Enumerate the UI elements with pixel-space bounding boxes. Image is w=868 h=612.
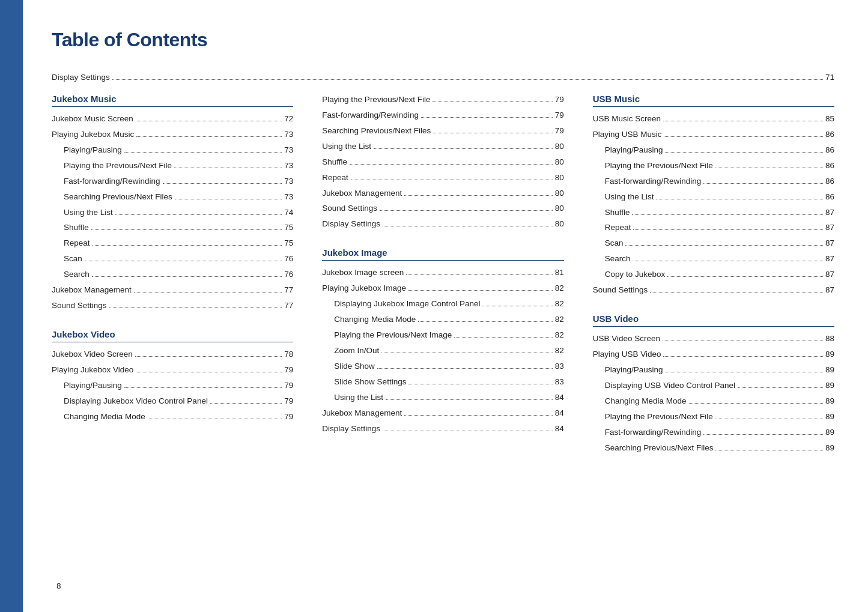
toc-item-label: Fast-forwarding/Rewinding xyxy=(64,175,160,188)
toc-item-page: 83 xyxy=(555,360,564,373)
toc-item: Search87 xyxy=(593,253,834,265)
toc-item-label: Playing USB Video xyxy=(593,348,661,361)
toc-item-page: 77 xyxy=(284,300,293,312)
toc-item: Fast-forwarding/Rewinding79 xyxy=(322,109,563,122)
toc-dots xyxy=(663,356,822,357)
toc-item-label: Displaying Jukebox Video Control Panel xyxy=(64,395,208,408)
toc-item-label: Fast-forwarding/Rewinding xyxy=(605,426,702,439)
toc-item-label: Shuffle xyxy=(64,222,89,234)
toc-item-page: 89 xyxy=(825,395,834,408)
toc-item: Shuffle80 xyxy=(322,156,563,169)
standalone-toc-item: Display Settings 71 xyxy=(52,73,834,82)
toc-dots xyxy=(406,274,552,275)
toc-item-page: 87 xyxy=(825,268,834,281)
toc-dots xyxy=(715,168,823,168)
toc-item: Searching Previous/Next Files89 xyxy=(593,442,834,455)
toc-item: Playing the Previous/Next Image82 xyxy=(322,329,563,342)
toc-item: Playing/Pausing79 xyxy=(52,380,293,392)
toc-item-page: 80 xyxy=(555,141,564,153)
toc-dots xyxy=(351,180,553,180)
toc-dots xyxy=(163,183,282,184)
toc-item: Playing Jukebox Video79 xyxy=(52,364,293,377)
toc-item-label: Slide Show xyxy=(334,360,375,373)
toc-dots xyxy=(454,337,552,338)
toc-dots xyxy=(432,101,552,102)
toc-dots xyxy=(408,384,552,384)
toc-dots xyxy=(656,199,823,199)
section-header-0-0: Jukebox Music xyxy=(52,94,293,107)
toc-item-label: Playing USB Music xyxy=(593,129,662,141)
toc-item: Playing/Pausing73 xyxy=(52,144,293,157)
toc-item-label: Using the List xyxy=(334,392,383,404)
toc-dots xyxy=(404,195,552,196)
toc-dots xyxy=(386,399,553,400)
toc-item-label: Searching Previous/Next Files xyxy=(605,442,714,455)
toc-dots xyxy=(383,431,553,431)
toc-dots xyxy=(633,229,823,230)
toc-item-page: 79 xyxy=(284,380,293,392)
toc-item-label: Display Settings xyxy=(322,423,380,435)
toc-item-page: 89 xyxy=(825,380,834,392)
toc-item: Sound Settings80 xyxy=(322,202,563,215)
toc-dots xyxy=(175,199,282,199)
toc-item: Playing USB Music86 xyxy=(593,129,834,141)
toc-item-label: Repeat xyxy=(605,222,631,234)
toc-dots xyxy=(380,210,553,211)
toc-item-label: Shuffle xyxy=(322,156,347,169)
toc-item-page: 80 xyxy=(555,172,564,184)
toc-item-label: Display Settings xyxy=(322,218,380,231)
toc-item: Fast-forwarding/Rewinding86 xyxy=(593,175,834,188)
section-1-0: Playing the Previous/Next File79Fast-for… xyxy=(322,94,563,231)
toc-item-label: Sound Settings xyxy=(322,202,377,215)
toc-item: Playing the Previous/Next File89 xyxy=(593,411,834,423)
toc-item: Searching Previous/Next Files73 xyxy=(52,191,293,204)
page-title: Table of Contents xyxy=(52,29,834,51)
toc-item: Using the List74 xyxy=(52,207,293,219)
toc-item: Display Settings84 xyxy=(322,423,563,435)
toc-item: Jukebox Management77 xyxy=(52,284,293,297)
toc-item: Sound Settings77 xyxy=(52,300,293,312)
toc-item: Playing/Pausing86 xyxy=(593,144,834,157)
toc-dots xyxy=(124,387,282,388)
left-bar xyxy=(0,0,23,612)
toc-item-label: Sound Settings xyxy=(52,300,107,312)
toc-dots xyxy=(625,245,823,246)
toc-item-page: 76 xyxy=(284,268,293,281)
toc-item-label: Jukebox Management xyxy=(322,407,402,420)
toc-dots xyxy=(136,136,282,137)
toc-item: Searching Previous/Next Files79 xyxy=(322,125,563,138)
toc-item-page: 86 xyxy=(825,129,834,141)
toc-item: Jukebox Management80 xyxy=(322,187,563,200)
toc-item-page: 89 xyxy=(825,348,834,361)
section-header-2-1: USB Video xyxy=(593,314,834,327)
toc-item: Slide Show83 xyxy=(322,360,563,373)
toc-item: Fast-forwarding/Rewinding73 xyxy=(52,175,293,188)
toc-item: Search76 xyxy=(52,268,293,281)
section-header-0-1: Jukebox Video xyxy=(52,329,293,342)
toc-item-label: Changing Media Mode xyxy=(605,395,687,408)
toc-item: USB Video Screen88 xyxy=(593,333,834,345)
toc-item-page: 87 xyxy=(825,237,834,250)
toc-item-label: Playing the Previous/Next File xyxy=(605,160,713,172)
toc-item-label: Copy to Jukebox xyxy=(605,268,666,281)
toc-item: Slide Show Settings83 xyxy=(322,376,563,389)
toc-item: Scan76 xyxy=(52,253,293,265)
toc-item-page: 79 xyxy=(555,94,564,106)
section-2-1: USB VideoUSB Video Screen88Playing USB V… xyxy=(593,314,834,454)
toc-item-label: Playing the Previous/Next Image xyxy=(334,329,452,342)
toc-dots xyxy=(703,434,823,435)
section-0-1: Jukebox VideoJukebox Video Screen78Playi… xyxy=(52,329,293,423)
toc-item-label: Changing Media Mode xyxy=(64,411,145,423)
toc-dots xyxy=(92,276,282,277)
toc-item: Playing Jukebox Image82 xyxy=(322,282,563,295)
toc-dots xyxy=(136,121,282,121)
toc-grid: Jukebox MusicJukebox Music Screen72Playi… xyxy=(52,94,834,471)
toc-item-page: 73 xyxy=(284,129,293,141)
toc-dots xyxy=(482,306,552,306)
toc-item-label: Searching Previous/Next Files xyxy=(322,125,431,138)
toc-item-label: Jukebox Video Screen xyxy=(52,348,133,361)
toc-item-label: Playing the Previous/Next File xyxy=(322,94,430,106)
toc-item-page: 86 xyxy=(825,175,834,188)
toc-dots xyxy=(408,290,553,291)
toc-item-label: Search xyxy=(605,253,631,265)
